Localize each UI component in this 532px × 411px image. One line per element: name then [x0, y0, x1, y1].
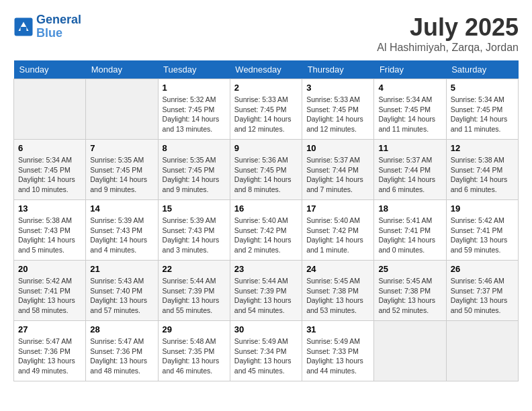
calendar-cell — [446, 321, 518, 381]
calendar-week-5: 27Sunrise: 5:47 AMSunset: 7:36 PMDayligh… — [14, 321, 519, 381]
calendar-week-1: 1Sunrise: 5:32 AMSunset: 7:45 PMDaylight… — [14, 79, 519, 140]
calendar-cell: 26Sunrise: 5:46 AMSunset: 7:37 PMDayligh… — [446, 261, 518, 321]
calendar-cell: 4Sunrise: 5:34 AMSunset: 7:45 PMDaylight… — [374, 79, 446, 140]
day-number: 26 — [451, 264, 514, 274]
calendar-cell: 9Sunrise: 5:36 AMSunset: 7:45 PMDaylight… — [230, 140, 302, 200]
day-number: 29 — [163, 324, 226, 334]
calendar-cell: 28Sunrise: 5:47 AMSunset: 7:36 PMDayligh… — [86, 321, 158, 381]
day-number: 18 — [378, 203, 441, 214]
calendar-cell: 23Sunrise: 5:44 AMSunset: 7:39 PMDayligh… — [230, 261, 302, 321]
day-number: 13 — [18, 203, 81, 214]
calendar-cell — [14, 79, 86, 140]
day-info: Sunrise: 5:32 AMSunset: 7:45 PMDaylight:… — [163, 95, 226, 134]
calendar-cell: 8Sunrise: 5:35 AMSunset: 7:45 PMDaylight… — [158, 140, 230, 200]
header-row: Sunday Monday Tuesday Wednesday Thursday… — [14, 60, 519, 79]
calendar-cell: 31Sunrise: 5:49 AMSunset: 7:33 PMDayligh… — [302, 321, 374, 381]
day-info: Sunrise: 5:47 AMSunset: 7:36 PMDaylight:… — [90, 336, 153, 376]
day-number: 21 — [90, 264, 153, 274]
calendar-cell: 22Sunrise: 5:44 AMSunset: 7:39 PMDayligh… — [158, 261, 230, 321]
day-info: Sunrise: 5:40 AMSunset: 7:42 PMDaylight:… — [234, 216, 298, 255]
col-friday: Friday — [374, 60, 446, 79]
calendar-cell: 11Sunrise: 5:37 AMSunset: 7:44 PMDayligh… — [374, 140, 446, 200]
logo-text: General Blue — [36, 13, 81, 40]
calendar-cell: 16Sunrise: 5:40 AMSunset: 7:42 PMDayligh… — [230, 200, 302, 261]
day-number: 22 — [163, 264, 226, 274]
calendar-week-4: 20Sunrise: 5:42 AMSunset: 7:41 PMDayligh… — [14, 261, 519, 321]
day-info: Sunrise: 5:40 AMSunset: 7:42 PMDaylight:… — [306, 216, 369, 255]
calendar-cell: 5Sunrise: 5:34 AMSunset: 7:45 PMDaylight… — [446, 79, 518, 140]
calendar-cell: 18Sunrise: 5:41 AMSunset: 7:41 PMDayligh… — [374, 200, 446, 261]
calendar-cell: 15Sunrise: 5:39 AMSunset: 7:43 PMDayligh… — [158, 200, 230, 261]
day-info: Sunrise: 5:42 AMSunset: 7:41 PMDaylight:… — [18, 276, 81, 316]
day-info: Sunrise: 5:47 AMSunset: 7:36 PMDaylight:… — [18, 336, 81, 376]
day-number: 19 — [451, 203, 514, 214]
day-number: 2 — [234, 83, 298, 93]
day-info: Sunrise: 5:49 AMSunset: 7:33 PMDaylight:… — [306, 336, 369, 376]
day-info: Sunrise: 5:41 AMSunset: 7:41 PMDaylight:… — [378, 216, 441, 255]
col-sunday: Sunday — [14, 60, 86, 79]
calendar-cell: 14Sunrise: 5:39 AMSunset: 7:43 PMDayligh… — [86, 200, 158, 261]
day-info: Sunrise: 5:43 AMSunset: 7:40 PMDaylight:… — [90, 276, 153, 316]
logo-icon — [13, 17, 34, 37]
day-number: 23 — [234, 264, 298, 274]
day-info: Sunrise: 5:35 AMSunset: 7:45 PMDaylight:… — [163, 155, 226, 195]
day-number: 12 — [451, 143, 514, 153]
calendar-cell: 7Sunrise: 5:35 AMSunset: 7:45 PMDaylight… — [86, 140, 158, 200]
calendar-cell: 12Sunrise: 5:38 AMSunset: 7:44 PMDayligh… — [446, 140, 518, 200]
calendar-cell: 10Sunrise: 5:37 AMSunset: 7:44 PMDayligh… — [302, 140, 374, 200]
calendar-week-2: 6Sunrise: 5:34 AMSunset: 7:45 PMDaylight… — [14, 140, 519, 200]
page-header: General Blue July 2025 Al Hashimiyah, Za… — [13, 13, 519, 54]
day-info: Sunrise: 5:44 AMSunset: 7:39 PMDaylight:… — [163, 276, 226, 316]
day-info: Sunrise: 5:49 AMSunset: 7:34 PMDaylight:… — [234, 336, 298, 376]
col-wednesday: Wednesday — [230, 60, 302, 79]
day-info: Sunrise: 5:34 AMSunset: 7:45 PMDaylight:… — [378, 95, 441, 134]
day-info: Sunrise: 5:38 AMSunset: 7:44 PMDaylight:… — [451, 155, 514, 195]
day-number: 16 — [234, 203, 298, 214]
day-number: 17 — [306, 203, 369, 214]
day-number: 11 — [378, 143, 441, 153]
day-number: 31 — [306, 324, 369, 334]
month-year-title: July 2025 — [377, 13, 519, 42]
calendar-cell: 29Sunrise: 5:48 AMSunset: 7:35 PMDayligh… — [158, 321, 230, 381]
day-info: Sunrise: 5:39 AMSunset: 7:43 PMDaylight:… — [163, 216, 226, 255]
day-number: 20 — [18, 264, 81, 274]
col-saturday: Saturday — [446, 60, 518, 79]
day-info: Sunrise: 5:35 AMSunset: 7:45 PMDaylight:… — [90, 155, 153, 195]
col-tuesday: Tuesday — [158, 60, 230, 79]
day-info: Sunrise: 5:45 AMSunset: 7:38 PMDaylight:… — [306, 276, 369, 316]
day-number: 8 — [163, 143, 226, 153]
title-area: July 2025 Al Hashimiyah, Zarqa, Jordan — [377, 13, 519, 54]
day-number: 3 — [306, 83, 369, 93]
day-number: 27 — [18, 324, 81, 334]
calendar-cell — [86, 79, 158, 140]
day-number: 30 — [234, 324, 298, 334]
day-number: 25 — [378, 264, 441, 274]
calendar-cell: 2Sunrise: 5:33 AMSunset: 7:45 PMDaylight… — [230, 79, 302, 140]
day-info: Sunrise: 5:38 AMSunset: 7:43 PMDaylight:… — [18, 216, 81, 255]
calendar-body: 1Sunrise: 5:32 AMSunset: 7:45 PMDaylight… — [14, 79, 519, 381]
calendar-cell: 6Sunrise: 5:34 AMSunset: 7:45 PMDaylight… — [14, 140, 86, 200]
day-number: 4 — [378, 83, 441, 93]
day-info: Sunrise: 5:36 AMSunset: 7:45 PMDaylight:… — [234, 155, 298, 195]
day-number: 9 — [234, 143, 298, 153]
calendar-cell: 19Sunrise: 5:42 AMSunset: 7:41 PMDayligh… — [446, 200, 518, 261]
day-info: Sunrise: 5:34 AMSunset: 7:45 PMDaylight:… — [18, 155, 81, 195]
day-info: Sunrise: 5:34 AMSunset: 7:45 PMDaylight:… — [451, 95, 514, 134]
calendar-cell: 13Sunrise: 5:38 AMSunset: 7:43 PMDayligh… — [14, 200, 86, 261]
day-number: 24 — [306, 264, 369, 274]
day-info: Sunrise: 5:44 AMSunset: 7:39 PMDaylight:… — [234, 276, 298, 316]
day-info: Sunrise: 5:48 AMSunset: 7:35 PMDaylight:… — [163, 336, 226, 376]
day-number: 14 — [90, 203, 153, 214]
day-number: 15 — [163, 203, 226, 214]
day-info: Sunrise: 5:33 AMSunset: 7:45 PMDaylight:… — [234, 95, 298, 134]
day-number: 1 — [163, 83, 226, 93]
calendar-cell: 17Sunrise: 5:40 AMSunset: 7:42 PMDayligh… — [302, 200, 374, 261]
calendar-cell: 25Sunrise: 5:45 AMSunset: 7:38 PMDayligh… — [374, 261, 446, 321]
calendar-header: Sunday Monday Tuesday Wednesday Thursday… — [14, 60, 519, 79]
calendar-cell: 1Sunrise: 5:32 AMSunset: 7:45 PMDaylight… — [158, 79, 230, 140]
day-info: Sunrise: 5:45 AMSunset: 7:38 PMDaylight:… — [378, 276, 441, 316]
calendar-cell: 30Sunrise: 5:49 AMSunset: 7:34 PMDayligh… — [230, 321, 302, 381]
calendar-cell — [374, 321, 446, 381]
day-number: 5 — [451, 83, 514, 93]
calendar-cell: 20Sunrise: 5:42 AMSunset: 7:41 PMDayligh… — [14, 261, 86, 321]
